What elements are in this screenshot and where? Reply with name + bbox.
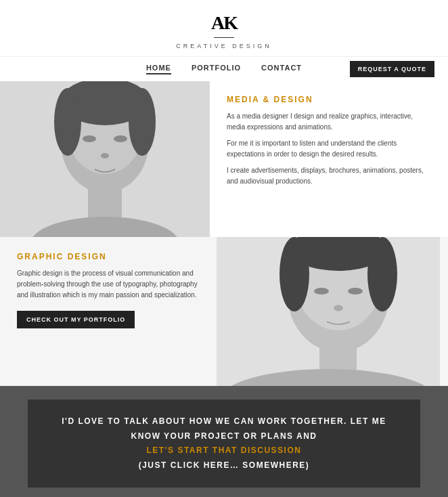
svg-point-18 <box>334 305 343 311</box>
logo-divider <box>214 37 234 38</box>
nav-contact[interactable]: CONTACT <box>261 64 302 74</box>
navbar: HOME PORTFOLIO CONTACT REQUEST A QUOTE <box>0 57 448 81</box>
logo: AK Creative Design <box>0 12 448 49</box>
logo-subtitle: Creative Design <box>176 43 271 49</box>
face-image-right <box>217 237 440 386</box>
face-image-left <box>0 81 210 237</box>
svg-point-7 <box>101 153 109 158</box>
graphic-title: GRAPHIC DESIGN <box>17 252 200 261</box>
svg-point-5 <box>83 135 96 142</box>
cta-section[interactable]: I'D LOVE TO TALK ABOUT HOW WE CAN WORK T… <box>0 386 448 497</box>
svg-point-10 <box>129 88 156 156</box>
svg-point-16 <box>314 288 329 295</box>
cta-line3: (JUST CLICK HERE… SOMEWHERE) <box>139 460 310 470</box>
check-portfolio-button[interactable]: CHECK OUT MY PORTFOLIO <box>17 311 135 328</box>
graphic-design-section: GRAPHIC DESIGN Graphic design is the pro… <box>0 237 448 386</box>
graphic-text: Graphic design is the process of visual … <box>17 268 200 301</box>
media-content: MEDIA & DESIGN As a media designer I des… <box>210 81 448 237</box>
cta-line2: LET'S START THAT DISCUSSION <box>147 446 302 455</box>
graphic-content: GRAPHIC DESIGN Graphic design is the pro… <box>0 237 217 386</box>
request-quote-button[interactable]: REQUEST A QUOTE <box>350 61 434 77</box>
svg-point-21 <box>367 237 397 311</box>
media-para-3: I create advertisements, displays, broch… <box>227 165 431 187</box>
nav-portfolio[interactable]: PORTFOLIO <box>192 64 241 74</box>
svg-point-6 <box>114 135 127 142</box>
svg-point-17 <box>348 288 363 295</box>
cta-text: I'D LOVE TO TALK ABOUT HOW WE CAN WORK T… <box>48 414 400 473</box>
svg-point-9 <box>54 88 81 156</box>
cta-inner[interactable]: I'D LOVE TO TALK ABOUT HOW WE CAN WORK T… <box>28 399 420 488</box>
svg-point-20 <box>279 237 309 311</box>
logo-text: AK <box>211 12 237 34</box>
media-title: MEDIA & DESIGN <box>227 95 431 104</box>
header: AK Creative Design HOME PORTFOLIO CONTAC… <box>0 0 448 81</box>
media-design-section: MEDIA & DESIGN As a media designer I des… <box>0 81 448 237</box>
cta-line1: I'D LOVE TO TALK ABOUT HOW WE CAN WORK T… <box>62 416 386 441</box>
media-para-1: As a media designer I design and realize… <box>227 111 431 133</box>
nav-home[interactable]: HOME <box>146 64 171 74</box>
media-para-2: For me it is important to listen and und… <box>227 138 431 160</box>
